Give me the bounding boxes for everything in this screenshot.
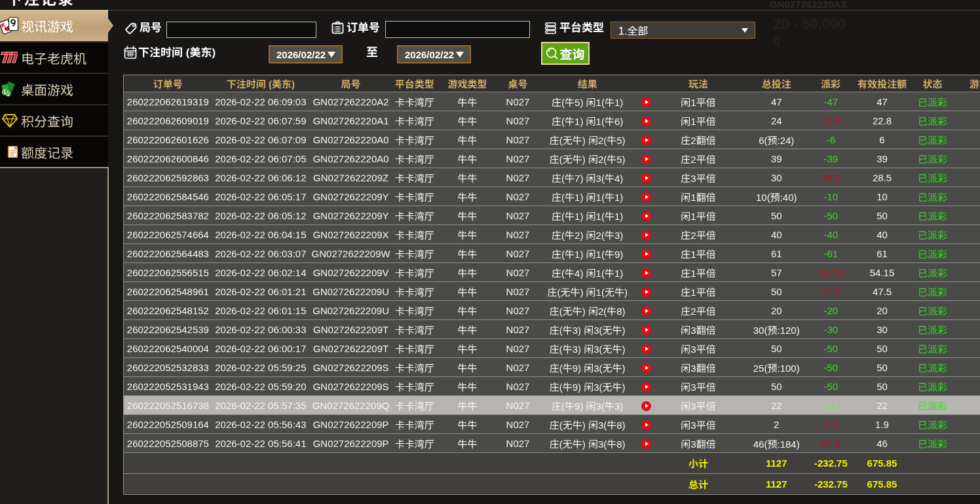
svg-text:$: $ bbox=[3, 90, 6, 95]
svg-text:1: 1 bbox=[7, 92, 9, 96]
